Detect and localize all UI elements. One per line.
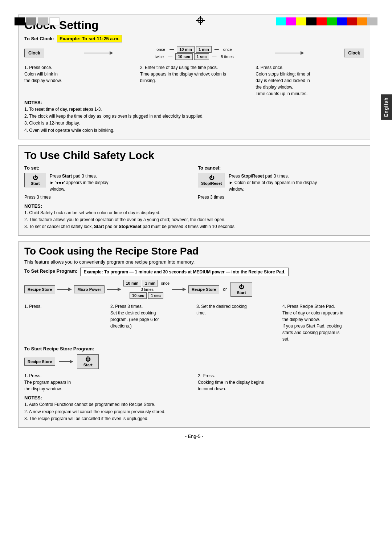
child-safety-title: To Use Child Safety Lock [24, 149, 364, 162]
recipe-note-2: A new recipe program will cancel the rec… [24, 408, 364, 415]
stop-reset-button-row: ⏻ Stop/Reset Press Stop/Reset pad 3 time… [198, 173, 364, 192]
main-content: Clock Setting To Set Clock: Example: To … [18, 15, 370, 439]
set-clock-label: To Set Clock: [24, 36, 54, 41]
color-orange [357, 17, 367, 25]
recipe-pad-1min: 1 min [143, 280, 158, 286]
step-1-text: Colon will blink inthe display window. [24, 72, 62, 83]
recipe-once-label: once [161, 281, 170, 285]
arrow-recipe-1 [57, 286, 72, 293]
start-button-row: ⏻ Start Press Start pad 3 times. ► '●●●'… [24, 173, 191, 192]
child-safety-notes: NOTES: Child Safety Lock can be set when… [24, 203, 364, 231]
or-label: or [223, 287, 227, 292]
recipe-note-1: Auto Control Functions cannot be program… [24, 401, 364, 408]
clock-setting-section: Clock Setting To Set Clock: Example: To … [18, 15, 370, 139]
color-darkred [347, 17, 357, 25]
step-2-num: 2. Enter time of day using the time pads… [140, 65, 218, 70]
child-note-1: Child Safety Lock can be set when colon … [24, 209, 364, 216]
recipe-notes-list: Auto Control Functions cannot be program… [24, 401, 364, 422]
start-btn-start-recipe-label: Start [80, 363, 95, 367]
recipe-store-btn-1: Recipe Store [24, 285, 55, 293]
svg-marker-1 [110, 51, 113, 55]
child-note-3: To set or cancel child safety lock, Star… [24, 223, 364, 230]
reg-white-1 [49, 17, 60, 25]
child-safety-notes-title: NOTES: [24, 203, 364, 209]
step-3-text: Colon stops blinking; time ofday is ente… [256, 72, 310, 96]
start-icon-recipe: ⏻ [234, 284, 249, 290]
once-label-top: once [156, 47, 165, 52]
recipe-store-btn-2: Recipe Store [188, 285, 219, 293]
clock-step-2: 2. Enter time of day using the time pads… [140, 64, 249, 97]
recipe-diagram: Recipe Store Micro Power 10 min [24, 280, 364, 299]
time-pads-block: once — 10 min 1 min — once twice — 10 se… [153, 46, 235, 60]
page-number: - Eng-5 - [18, 434, 370, 439]
recipe-time-pads: 10 min 1 min once 3 times 10 sec 1 sec [123, 280, 170, 299]
recipe-step-1: 1. Press. [24, 303, 106, 342]
recipe-3times-label: 3 times [141, 287, 154, 292]
set-recipe-label: To Set Recipe Program: [24, 268, 77, 274]
twice-label: twice [155, 54, 164, 59]
color-green [327, 17, 337, 25]
recipe-note-3: The recipe program will be cancelled if … [24, 415, 364, 422]
cancel-description: Press Stop/Reset pad 3 times. ► Colon or… [229, 173, 317, 192]
recipe-step-2: 2. Press 3 times. Set the desired cookin… [110, 303, 192, 342]
clock-notes-title: NOTES: [24, 100, 364, 105]
clock-diagram: Clock once — 10 min 1 min — once [24, 46, 364, 60]
clock-step-1: 1. Press once. Colon will blink inthe di… [24, 64, 133, 97]
time-pad-1sec: 1 sec [194, 53, 209, 60]
stop-reset-button: ⏻ Stop/Reset [198, 173, 225, 187]
arrow-start-recipe [59, 358, 73, 365]
svg-marker-11 [70, 360, 73, 363]
start-btn-recipe-label: Start [234, 290, 249, 295]
child-safety-cancel-col: To cancel: ⏻ Stop/Reset Press Stop/Reset… [198, 165, 364, 200]
stop-reset-icon: ⏻ [201, 175, 222, 180]
color-red [317, 17, 327, 25]
child-safety-set-col: To set: ⏻ Start Press Start pad 3 times.… [24, 165, 191, 200]
set-recipe-example: Example: To program — 1 minute and 30 se… [80, 268, 289, 276]
clock-note-3: Clock is a 12-hour display. [24, 120, 364, 127]
child-safety-section: To Use Child Safety Lock To set: ⏻ Start… [18, 145, 370, 236]
time-pad-1min: 1 min [196, 46, 212, 53]
arrow-recipe-2 [107, 286, 121, 293]
micro-power-btn: Micro Power [74, 285, 104, 293]
time-pad-row-2: twice — 10 sec 1 sec — 5 times [153, 53, 235, 60]
color-bar-top-right [276, 17, 377, 25]
arrow-2 [275, 50, 304, 56]
svg-marker-9 [183, 288, 186, 291]
to-set-label: To set: [24, 165, 191, 171]
stop-reset-btn-label: Stop/Reset [201, 181, 222, 186]
color-cyan [276, 17, 286, 25]
step-1-num: 1. Press once. [24, 65, 52, 70]
recipe-store-btn-start: Recipe Store [24, 358, 55, 366]
recipe-notes: NOTES: Auto Control Functions cannot be … [24, 395, 364, 422]
clock-note-1: To reset time of day, repeat steps 1-3. [24, 106, 364, 113]
once-label-right: once [223, 47, 232, 52]
set-clock-row: To Set Clock: Example: To set 11:25 a.m. [24, 35, 364, 42]
page-wrapper: English Clock Setting To Set Clock: Exam… [0, 15, 392, 537]
arrow-1 [84, 50, 113, 56]
start-recipe-steps: 1. Press. The program appears in the dis… [24, 373, 364, 392]
step-3-num: 3. Press once. [256, 65, 283, 70]
start-button: ⏻ Start [24, 173, 46, 187]
set-description: Press Start pad 3 times. ► '●●●' appears… [50, 173, 109, 192]
recipe-store-section: To Cook using the Recipe Store Pad This … [18, 241, 370, 428]
recipe-pad-1sec: 1 sec [148, 292, 163, 299]
start-recipe-diagram: Recipe Store ⏻ Start [24, 354, 364, 369]
child-note-2: This feature allows you to prevent opera… [24, 216, 364, 223]
child-safety-two-col: To set: ⏻ Start Press Start pad 3 times.… [24, 165, 364, 200]
svg-marker-3 [301, 51, 304, 55]
recipe-notes-title: NOTES: [24, 395, 364, 400]
recipe-feature-desc: This feature allows you to conveniently … [24, 259, 364, 265]
start-icon: ⏻ [28, 175, 43, 180]
color-yellow [296, 17, 306, 25]
clock-note-4: Oven will not operate while colon is bli… [24, 127, 364, 134]
recipe-time-pad-row-1: 10 min 1 min once [123, 280, 170, 286]
clock-steps: 1. Press once. Colon will blink inthe di… [24, 64, 364, 97]
color-black [306, 17, 317, 25]
start-btn-recipe: ⏻ Start [230, 282, 252, 297]
child-safety-notes-list: Child Safety Lock can be set when colon … [24, 209, 364, 231]
clock-button-right: Clock [344, 49, 364, 57]
clock-notes: NOTES: To reset time of day, repeat step… [24, 100, 364, 134]
reg-lgray-1 [38, 17, 48, 25]
color-lgray [367, 17, 377, 25]
clock-note-2: The clock will keep the time of day as l… [24, 113, 364, 120]
